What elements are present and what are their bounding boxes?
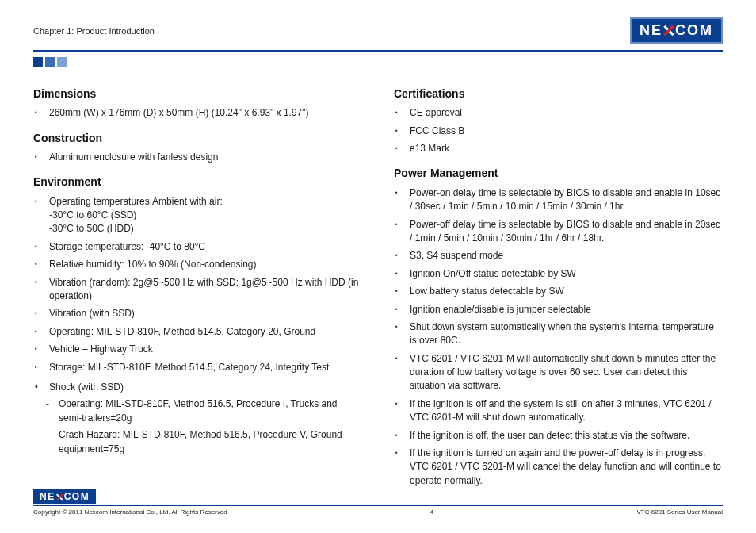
env-storage: Storage: MIL-STD-810F, Method 514.5, Cat… [46, 361, 362, 374]
dimensions-item: 260mm (W) x 176mm (D) x 50mm (H) (10.24"… [46, 106, 362, 120]
environment-heading: Environment [33, 174, 362, 190]
env-optemp-ssd: -30°C to 60°C (SSD) [49, 209, 362, 222]
certifications-heading: Certifications [394, 86, 723, 102]
pm-on-delay: Power-on delay time is selectable by BIO… [407, 186, 723, 214]
logo-x-icon [663, 25, 674, 36]
cert-fcc: FCC Class B [407, 125, 723, 138]
footer-copyright: Copyright © 2011 Nexcom International Co… [33, 508, 227, 516]
pm-ignition-detect: If the ignition is off, the user can det… [407, 429, 723, 443]
footer-logo-x-icon [56, 493, 63, 500]
footer-logo-right: COM [64, 491, 90, 502]
pm-suspend: S3, S4 suspend mode [407, 249, 723, 263]
env-optemp-label: Operating temperatures:Ambient with air: [49, 196, 223, 207]
cert-ce: CE approval [407, 106, 723, 120]
pm-ignition-on-again: If the ignition is turned on again and t… [407, 447, 723, 488]
cert-e13: e13 Mark [407, 142, 723, 155]
right-column: Certifications CE approval FCC Class B e… [394, 86, 723, 494]
construction-item: Aluminum enclosure with fanless design [46, 151, 362, 164]
env-optemp: Operating temperatures:Ambient with air:… [46, 195, 362, 236]
pm-off-delay: Power-off delay time is selectable by BI… [407, 218, 723, 246]
env-operating: Operating: MIL-STD-810F, Method 514.5, C… [46, 325, 362, 339]
env-storage-temp: Storage temperatures: -40°C to 80°C [46, 240, 362, 254]
footer-rule [33, 505, 723, 506]
construction-heading: Construction [33, 130, 362, 146]
pm-ignition-status: Ignition On/Off status detectable by SW [407, 267, 723, 281]
env-shock: Shock (with SSD) [46, 381, 362, 394]
left-column: Dimensions 260mm (W) x 176mm (D) x 50mm … [33, 86, 362, 494]
env-shock-crash: Crash Hazard: MIL-STD-810F, Method 516.5… [55, 428, 362, 456]
env-vibration-random: Vibration (random): 2g@5~500 Hz with SSD… [46, 276, 362, 304]
footer-manual: VTC 6201 Series User Manual [636, 508, 723, 516]
header-squares [33, 57, 723, 67]
env-optemp-hdd: -30°C to 50C (HDD) [49, 222, 362, 236]
footer-logo-left: NE [40, 491, 55, 502]
power-heading: Power Management [394, 165, 723, 181]
pm-low-battery: Low battery status detectable by SW [407, 285, 723, 298]
logo-text-left: NE [640, 22, 662, 39]
env-vibration-ssd: Vibration (with SSD) [46, 307, 362, 320]
chapter-title: Chapter 1: Product Introduction [33, 26, 155, 36]
nexcom-logo: NE COM [630, 17, 723, 44]
page-header: Chapter 1: Product Introduction NE COM [33, 17, 723, 48]
pm-ignition-jumper: Ignition enable/disable is jumper select… [407, 303, 723, 316]
pm-shutdown-temp: Shut down system automatically when the … [407, 320, 723, 348]
footer-row: Copyright © 2011 Nexcom International Co… [33, 508, 723, 516]
square-dark-icon [33, 57, 43, 67]
header-rule [33, 50, 723, 52]
env-vehicle: Vehicle – Highway Truck [46, 343, 362, 356]
env-humidity: Relative humidity: 10% to 90% (Non-conde… [46, 258, 362, 271]
env-shock-operating: Operating: MIL-STD-810F, Method 516.5, P… [55, 397, 362, 425]
square-light-icon [57, 57, 67, 67]
content-area: Dimensions 260mm (W) x 176mm (D) x 50mm … [33, 86, 723, 494]
page-footer: NE COM Copyright © 2011 Nexcom Internati… [33, 489, 723, 516]
dimensions-heading: Dimensions [33, 86, 362, 102]
footer-page-number: 4 [430, 508, 433, 516]
pm-ignition-off: If the ignition is off and the system is… [407, 397, 723, 425]
square-mid-icon [45, 57, 55, 67]
pm-vtc-shutdown: VTC 6201 / VTC 6201-M will automatically… [407, 352, 723, 393]
logo-text-right: COM [675, 22, 713, 39]
footer-logo: NE COM [33, 489, 96, 504]
